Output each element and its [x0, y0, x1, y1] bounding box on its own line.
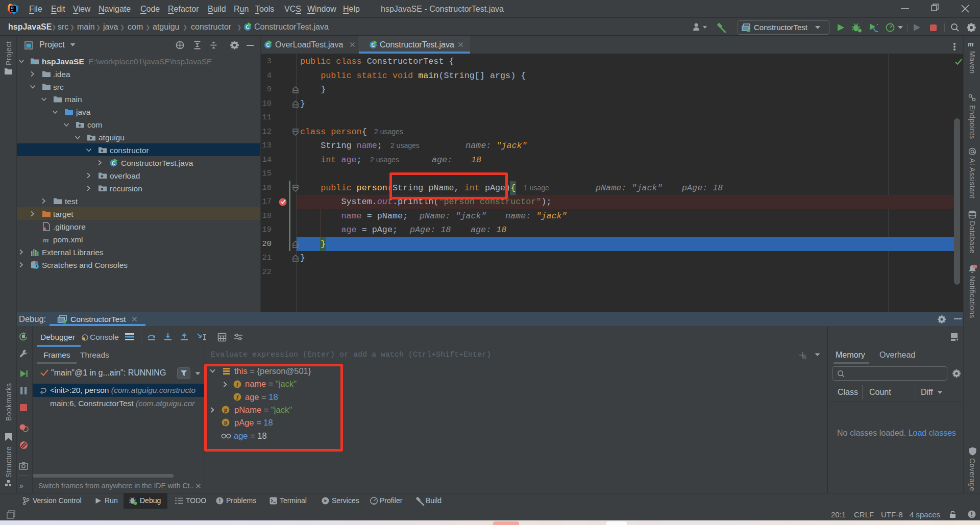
svg-text:IJ: IJ: [11, 6, 14, 10]
